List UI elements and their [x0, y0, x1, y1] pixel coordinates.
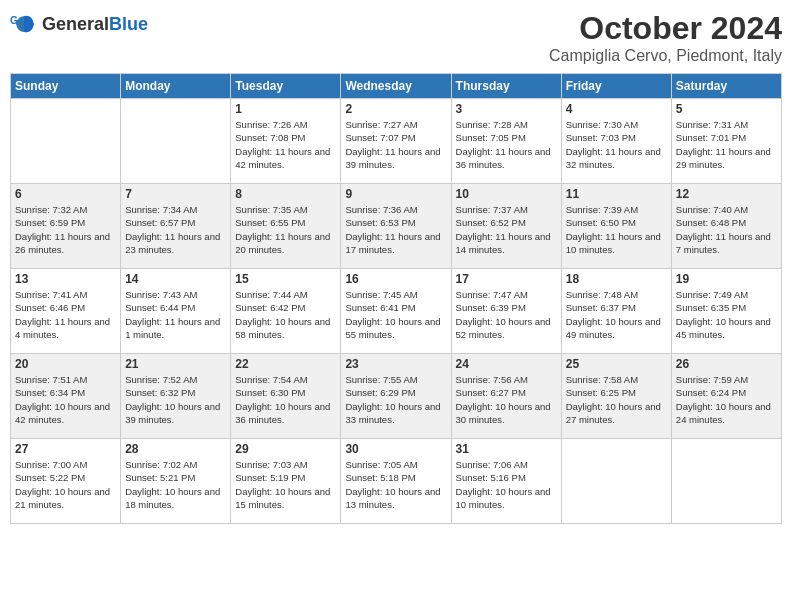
day-info: Sunrise: 7:51 AMSunset: 6:34 PMDaylight:…	[15, 373, 116, 426]
calendar-cell	[561, 439, 671, 524]
day-number: 27	[15, 442, 116, 456]
weekday-header: Tuesday	[231, 74, 341, 99]
calendar-cell: 25Sunrise: 7:58 AMSunset: 6:25 PMDayligh…	[561, 354, 671, 439]
day-number: 25	[566, 357, 667, 371]
day-number: 7	[125, 187, 226, 201]
day-info: Sunrise: 7:30 AMSunset: 7:03 PMDaylight:…	[566, 118, 667, 171]
day-info: Sunrise: 7:41 AMSunset: 6:46 PMDaylight:…	[15, 288, 116, 341]
day-info: Sunrise: 7:27 AMSunset: 7:07 PMDaylight:…	[345, 118, 446, 171]
calendar-cell: 18Sunrise: 7:48 AMSunset: 6:37 PMDayligh…	[561, 269, 671, 354]
calendar-cell: 10Sunrise: 7:37 AMSunset: 6:52 PMDayligh…	[451, 184, 561, 269]
calendar-body: 1Sunrise: 7:26 AMSunset: 7:08 PMDaylight…	[11, 99, 782, 524]
day-number: 5	[676, 102, 777, 116]
day-number: 19	[676, 272, 777, 286]
day-info: Sunrise: 7:47 AMSunset: 6:39 PMDaylight:…	[456, 288, 557, 341]
day-info: Sunrise: 7:32 AMSunset: 6:59 PMDaylight:…	[15, 203, 116, 256]
calendar-cell: 7Sunrise: 7:34 AMSunset: 6:57 PMDaylight…	[121, 184, 231, 269]
day-number: 23	[345, 357, 446, 371]
day-number: 18	[566, 272, 667, 286]
calendar-cell: 19Sunrise: 7:49 AMSunset: 6:35 PMDayligh…	[671, 269, 781, 354]
day-info: Sunrise: 7:28 AMSunset: 7:05 PMDaylight:…	[456, 118, 557, 171]
calendar-table: SundayMondayTuesdayWednesdayThursdayFrid…	[10, 73, 782, 524]
calendar-week-row: 27Sunrise: 7:00 AMSunset: 5:22 PMDayligh…	[11, 439, 782, 524]
day-info: Sunrise: 7:48 AMSunset: 6:37 PMDaylight:…	[566, 288, 667, 341]
calendar-cell: 28Sunrise: 7:02 AMSunset: 5:21 PMDayligh…	[121, 439, 231, 524]
calendar-cell: 21Sunrise: 7:52 AMSunset: 6:32 PMDayligh…	[121, 354, 231, 439]
day-number: 20	[15, 357, 116, 371]
day-number: 10	[456, 187, 557, 201]
calendar-cell: 27Sunrise: 7:00 AMSunset: 5:22 PMDayligh…	[11, 439, 121, 524]
calendar-week-row: 13Sunrise: 7:41 AMSunset: 6:46 PMDayligh…	[11, 269, 782, 354]
logo-text: GeneralBlue	[42, 14, 148, 35]
calendar-cell	[121, 99, 231, 184]
day-number: 31	[456, 442, 557, 456]
page-header: G GeneralBlue October 2024 Campiglia Cer…	[10, 10, 782, 65]
day-info: Sunrise: 7:34 AMSunset: 6:57 PMDaylight:…	[125, 203, 226, 256]
weekday-header: Thursday	[451, 74, 561, 99]
day-number: 6	[15, 187, 116, 201]
day-info: Sunrise: 7:55 AMSunset: 6:29 PMDaylight:…	[345, 373, 446, 426]
day-info: Sunrise: 7:52 AMSunset: 6:32 PMDaylight:…	[125, 373, 226, 426]
calendar-cell: 12Sunrise: 7:40 AMSunset: 6:48 PMDayligh…	[671, 184, 781, 269]
day-number: 26	[676, 357, 777, 371]
calendar-cell: 6Sunrise: 7:32 AMSunset: 6:59 PMDaylight…	[11, 184, 121, 269]
logo: G GeneralBlue	[10, 10, 148, 38]
calendar-cell: 17Sunrise: 7:47 AMSunset: 6:39 PMDayligh…	[451, 269, 561, 354]
weekday-header: Sunday	[11, 74, 121, 99]
calendar-cell: 31Sunrise: 7:06 AMSunset: 5:16 PMDayligh…	[451, 439, 561, 524]
calendar-cell: 29Sunrise: 7:03 AMSunset: 5:19 PMDayligh…	[231, 439, 341, 524]
day-number: 24	[456, 357, 557, 371]
day-info: Sunrise: 7:36 AMSunset: 6:53 PMDaylight:…	[345, 203, 446, 256]
calendar-cell: 4Sunrise: 7:30 AMSunset: 7:03 PMDaylight…	[561, 99, 671, 184]
weekday-header: Monday	[121, 74, 231, 99]
calendar-cell: 24Sunrise: 7:56 AMSunset: 6:27 PMDayligh…	[451, 354, 561, 439]
day-number: 9	[345, 187, 446, 201]
calendar-cell: 9Sunrise: 7:36 AMSunset: 6:53 PMDaylight…	[341, 184, 451, 269]
calendar-cell: 22Sunrise: 7:54 AMSunset: 6:30 PMDayligh…	[231, 354, 341, 439]
day-info: Sunrise: 7:05 AMSunset: 5:18 PMDaylight:…	[345, 458, 446, 511]
day-number: 4	[566, 102, 667, 116]
calendar-cell: 14Sunrise: 7:43 AMSunset: 6:44 PMDayligh…	[121, 269, 231, 354]
day-number: 3	[456, 102, 557, 116]
calendar-week-row: 20Sunrise: 7:51 AMSunset: 6:34 PMDayligh…	[11, 354, 782, 439]
day-info: Sunrise: 7:58 AMSunset: 6:25 PMDaylight:…	[566, 373, 667, 426]
day-info: Sunrise: 7:56 AMSunset: 6:27 PMDaylight:…	[456, 373, 557, 426]
day-number: 2	[345, 102, 446, 116]
calendar-cell: 13Sunrise: 7:41 AMSunset: 6:46 PMDayligh…	[11, 269, 121, 354]
calendar-cell: 5Sunrise: 7:31 AMSunset: 7:01 PMDaylight…	[671, 99, 781, 184]
day-info: Sunrise: 7:54 AMSunset: 6:30 PMDaylight:…	[235, 373, 336, 426]
day-info: Sunrise: 7:39 AMSunset: 6:50 PMDaylight:…	[566, 203, 667, 256]
calendar-cell: 23Sunrise: 7:55 AMSunset: 6:29 PMDayligh…	[341, 354, 451, 439]
day-info: Sunrise: 7:49 AMSunset: 6:35 PMDaylight:…	[676, 288, 777, 341]
day-number: 8	[235, 187, 336, 201]
location-title: Campiglia Cervo, Piedmont, Italy	[549, 47, 782, 65]
calendar-cell: 8Sunrise: 7:35 AMSunset: 6:55 PMDaylight…	[231, 184, 341, 269]
day-info: Sunrise: 7:45 AMSunset: 6:41 PMDaylight:…	[345, 288, 446, 341]
day-info: Sunrise: 7:26 AMSunset: 7:08 PMDaylight:…	[235, 118, 336, 171]
calendar-header-row: SundayMondayTuesdayWednesdayThursdayFrid…	[11, 74, 782, 99]
day-info: Sunrise: 7:40 AMSunset: 6:48 PMDaylight:…	[676, 203, 777, 256]
calendar-cell: 2Sunrise: 7:27 AMSunset: 7:07 PMDaylight…	[341, 99, 451, 184]
day-info: Sunrise: 7:02 AMSunset: 5:21 PMDaylight:…	[125, 458, 226, 511]
logo-icon: G	[10, 10, 38, 38]
calendar-cell: 11Sunrise: 7:39 AMSunset: 6:50 PMDayligh…	[561, 184, 671, 269]
day-number: 16	[345, 272, 446, 286]
month-title: October 2024	[549, 10, 782, 47]
calendar-cell: 26Sunrise: 7:59 AMSunset: 6:24 PMDayligh…	[671, 354, 781, 439]
day-info: Sunrise: 7:00 AMSunset: 5:22 PMDaylight:…	[15, 458, 116, 511]
day-number: 1	[235, 102, 336, 116]
day-number: 12	[676, 187, 777, 201]
day-info: Sunrise: 7:31 AMSunset: 7:01 PMDaylight:…	[676, 118, 777, 171]
day-info: Sunrise: 7:43 AMSunset: 6:44 PMDaylight:…	[125, 288, 226, 341]
day-info: Sunrise: 7:35 AMSunset: 6:55 PMDaylight:…	[235, 203, 336, 256]
day-info: Sunrise: 7:06 AMSunset: 5:16 PMDaylight:…	[456, 458, 557, 511]
day-number: 13	[15, 272, 116, 286]
calendar-cell	[671, 439, 781, 524]
day-number: 15	[235, 272, 336, 286]
day-number: 21	[125, 357, 226, 371]
weekday-header: Saturday	[671, 74, 781, 99]
day-info: Sunrise: 7:59 AMSunset: 6:24 PMDaylight:…	[676, 373, 777, 426]
calendar-week-row: 6Sunrise: 7:32 AMSunset: 6:59 PMDaylight…	[11, 184, 782, 269]
title-block: October 2024 Campiglia Cervo, Piedmont, …	[549, 10, 782, 65]
day-number: 14	[125, 272, 226, 286]
